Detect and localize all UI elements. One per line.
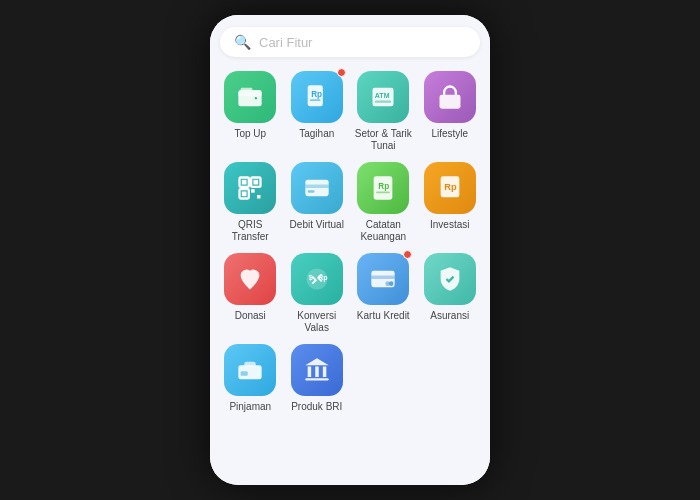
icon-box-investasi: RpRp <box>424 162 476 214</box>
phone-screen: 🔍 Cari Fitur Top UpRpTagihanATMSetor & T… <box>210 15 490 485</box>
icon-box-setor-tarik: ATM <box>357 71 409 123</box>
svg-rect-2 <box>241 88 253 92</box>
label-setor-tarik: Setor & Tarik Tunai <box>353 128 414 152</box>
menu-item-setor-tarik[interactable]: ATMSetor & Tarik Tunai <box>353 71 414 152</box>
search-bar[interactable]: 🔍 Cari Fitur <box>220 27 480 57</box>
svg-rect-1 <box>239 92 262 96</box>
icon-box-donasi <box>224 253 276 305</box>
svg-rect-17 <box>257 195 261 199</box>
icon-box-top-up <box>224 71 276 123</box>
menu-item-produk-bri[interactable]: Produk BRI <box>287 344 348 413</box>
menu-item-pinjaman[interactable]: Pinjaman <box>220 344 281 413</box>
icon-box-pinjaman <box>224 344 276 396</box>
label-produk-bri: Produk BRI <box>291 401 342 413</box>
label-tagihan: Tagihan <box>299 128 334 140</box>
icon-box-qris <box>224 162 276 214</box>
icon-box-produk-bri <box>291 344 343 396</box>
icon-box-catatan: Rp <box>357 162 409 214</box>
search-icon: 🔍 <box>234 34 251 50</box>
label-konversi: Konversi Valas <box>287 310 348 334</box>
menu-item-debit-virtual[interactable]: Debit Virtual <box>287 162 348 243</box>
badge-tagihan <box>337 68 346 77</box>
menu-item-donasi[interactable]: Donasi <box>220 253 281 334</box>
svg-rect-38 <box>307 367 311 378</box>
svg-text:ATM: ATM <box>375 92 390 99</box>
svg-rect-15 <box>242 192 247 197</box>
label-top-up: Top Up <box>234 128 266 140</box>
icon-box-asuransi <box>424 253 476 305</box>
label-catatan: Catatan Keuangan <box>353 219 414 243</box>
svg-rect-19 <box>305 185 328 189</box>
menu-item-catatan[interactable]: RpCatatan Keuangan <box>353 162 414 243</box>
svg-rect-39 <box>315 367 319 378</box>
menu-item-kartu-kredit[interactable]: Kartu Kredit <box>353 253 414 334</box>
svg-text:$: $ <box>309 274 313 282</box>
svg-text:Rp: Rp <box>444 182 457 192</box>
menu-item-qris[interactable]: QRIS Transfer <box>220 162 281 243</box>
svg-rect-5 <box>310 99 321 101</box>
menu-item-asuransi[interactable]: Asuransi <box>420 253 481 334</box>
icon-box-lifestyle <box>424 71 476 123</box>
svg-rect-13 <box>242 180 247 185</box>
label-qris: QRIS Transfer <box>220 219 281 243</box>
menu-item-lifestyle[interactable]: Lifestyle <box>420 71 481 152</box>
svg-rect-14 <box>254 180 259 185</box>
svg-rect-31 <box>372 276 395 280</box>
menu-item-konversi[interactable]: $RpKonversi Valas <box>287 253 348 334</box>
menu-item-top-up[interactable]: Top Up <box>220 71 281 152</box>
label-pinjaman: Pinjaman <box>229 401 271 413</box>
label-donasi: Donasi <box>235 310 266 322</box>
label-lifestyle: Lifestyle <box>431 128 468 140</box>
search-placeholder: Cari Fitur <box>259 35 312 50</box>
menu-grid: Top UpRpTagihanATMSetor & Tarik TunaiLif… <box>220 71 480 413</box>
label-investasi: Investasi <box>430 219 469 231</box>
label-kartu-kredit: Kartu Kredit <box>357 310 410 322</box>
svg-rect-36 <box>241 371 248 376</box>
svg-marker-37 <box>305 358 328 365</box>
svg-rect-9 <box>439 95 460 109</box>
menu-item-tagihan[interactable]: RpTagihan <box>287 71 348 152</box>
menu-item-investasi[interactable]: RpRpInvestasi <box>420 162 481 243</box>
svg-rect-20 <box>307 190 314 192</box>
svg-rect-35 <box>244 362 256 367</box>
icon-box-tagihan: Rp <box>291 71 343 123</box>
icon-box-debit-virtual <box>291 162 343 214</box>
svg-text:Rp: Rp <box>311 90 322 99</box>
label-asuransi: Asuransi <box>430 310 469 322</box>
icon-box-konversi: $Rp <box>291 253 343 305</box>
label-debit-virtual: Debit Virtual <box>290 219 344 231</box>
svg-rect-16 <box>251 189 255 193</box>
svg-rect-23 <box>376 192 390 194</box>
svg-rect-41 <box>305 378 328 380</box>
svg-text:Rp: Rp <box>379 182 390 191</box>
svg-rect-8 <box>375 101 391 103</box>
svg-rect-40 <box>323 367 327 378</box>
phone-frame: 🔍 Cari Fitur Top UpRpTagihanATMSetor & T… <box>210 15 490 485</box>
svg-point-33 <box>389 281 394 286</box>
icon-box-kartu-kredit <box>357 253 409 305</box>
badge-kartu-kredit <box>403 250 412 259</box>
